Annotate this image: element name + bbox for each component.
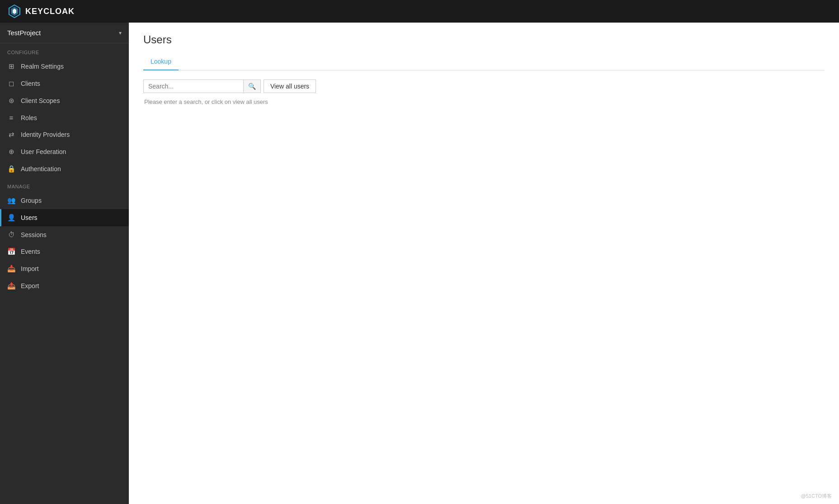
sidebar-item-export[interactable]: 📤 Export: [0, 277, 129, 294]
sidebar-item-label: Client Scopes: [21, 97, 60, 104]
watermark: @51CTO博客: [801, 493, 832, 499]
sidebar-item-identity-providers[interactable]: ⇄ Identity Providers: [0, 126, 129, 143]
sidebar-item-label: Import: [21, 265, 39, 272]
content-inner: Users Lookup 🔍 View all users: [129, 23, 839, 504]
main-layout: TestProject ▾ Configure ⊞ Realm Settings…: [0, 23, 839, 504]
sidebar-item-label: Realm Settings: [21, 63, 64, 70]
page-title: Users: [143, 33, 825, 46]
client-scopes-icon: ⊛: [7, 97, 15, 105]
sidebar-item-label: Users: [21, 214, 38, 221]
realm-settings-icon: ⊞: [7, 62, 15, 70]
import-icon: 📥: [7, 265, 15, 273]
view-all-users-button[interactable]: View all users: [264, 79, 316, 93]
sidebar-item-label: Authentication: [21, 165, 61, 173]
keycloak-logo-icon: [7, 4, 22, 19]
sidebar-item-label: Identity Providers: [21, 131, 70, 138]
search-button[interactable]: 🔍: [243, 79, 261, 93]
sidebar-item-label: User Federation: [21, 148, 66, 155]
export-icon: 📤: [7, 282, 15, 290]
sidebar: TestProject ▾ Configure ⊞ Realm Settings…: [0, 23, 129, 504]
realm-name: TestProject: [7, 29, 41, 37]
configure-section-label: Configure: [0, 43, 129, 58]
authentication-icon: 🔒: [7, 165, 15, 173]
groups-icon: 👥: [7, 196, 15, 205]
sidebar-item-label: Export: [21, 282, 39, 289]
roles-icon: ≡: [7, 114, 15, 121]
sidebar-item-groups[interactable]: 👥 Groups: [0, 192, 129, 209]
search-row: 🔍 View all users: [143, 79, 825, 93]
clients-icon: ◻: [7, 79, 15, 88]
logo-text: KEYCLOAK: [25, 7, 75, 16]
tabs-container: Lookup: [143, 53, 825, 70]
sidebar-item-label: Clients: [21, 80, 40, 87]
sidebar-item-label: Sessions: [21, 231, 47, 238]
search-hint: Please enter a search, or click on view …: [143, 95, 825, 109]
sidebar-item-events[interactable]: 📅 Events: [0, 243, 129, 260]
sidebar-item-sessions[interactable]: ⏱ Sessions: [0, 226, 129, 243]
sidebar-item-authentication[interactable]: 🔒 Authentication: [0, 160, 129, 177]
sidebar-item-roles[interactable]: ≡ Roles: [0, 109, 129, 126]
realm-selector[interactable]: TestProject ▾: [0, 23, 129, 43]
realm-chevron-icon: ▾: [119, 30, 122, 36]
sidebar-item-realm-settings[interactable]: ⊞ Realm Settings: [0, 58, 129, 75]
sessions-icon: ⏱: [7, 231, 15, 238]
search-input-wrapper: [143, 79, 243, 93]
top-navigation: KEYCLOAK: [0, 0, 839, 23]
sidebar-item-client-scopes[interactable]: ⊛ Client Scopes: [0, 92, 129, 109]
content-area: Users Lookup 🔍 View all users: [129, 23, 839, 504]
logo: KEYCLOAK: [7, 4, 75, 19]
search-input[interactable]: [144, 80, 243, 93]
identity-providers-icon: ⇄: [7, 131, 15, 139]
sidebar-item-clients[interactable]: ◻ Clients: [0, 75, 129, 92]
manage-section-label: Manage: [0, 177, 129, 192]
sidebar-item-import[interactable]: 📥 Import: [0, 260, 129, 277]
sidebar-item-users[interactable]: 👤 Users: [0, 209, 129, 226]
users-icon: 👤: [7, 214, 15, 222]
sidebar-item-label: Events: [21, 248, 40, 255]
events-icon: 📅: [7, 247, 15, 256]
sidebar-item-user-federation[interactable]: ⊕ User Federation: [0, 143, 129, 160]
search-icon: 🔍: [248, 83, 256, 90]
tab-lookup[interactable]: Lookup: [143, 53, 179, 70]
sidebar-item-label: Roles: [21, 114, 37, 121]
user-federation-icon: ⊕: [7, 148, 15, 156]
sidebar-item-label: Groups: [21, 197, 42, 204]
